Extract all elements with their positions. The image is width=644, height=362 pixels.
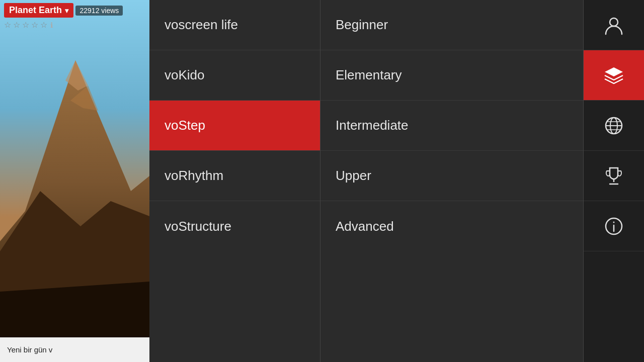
globe-button[interactable] [584, 101, 644, 151]
svg-marker-7 [605, 67, 623, 76]
info-circle-icon [604, 216, 624, 236]
level-advanced[interactable]: Advanced [320, 201, 583, 251]
star-5: ☆ [40, 20, 47, 30]
star-2: ☆ [13, 20, 20, 30]
layers-button[interactable] [584, 50, 644, 101]
list-item-voscreen[interactable]: voscreen life [149, 0, 320, 50]
list-item-vokido[interactable]: voKido [149, 50, 320, 101]
left-panel: Planet Earth ▾ 22912 views ☆ ☆ ☆ ☆ ☆ ℹ Y… [0, 0, 149, 362]
list-item-vorhythm[interactable]: voRhythm [149, 151, 320, 201]
main-area: voscreen life voKido voStep voRhythm voS… [149, 0, 644, 362]
views-badge: 22912 views [75, 6, 123, 16]
level-intermediate[interactable]: Intermediate [320, 101, 583, 151]
dropdown-arrow-icon: ▾ [65, 7, 68, 15]
planet-earth-button[interactable]: Planet Earth ▾ [4, 3, 73, 18]
profile-button[interactable] [584, 0, 644, 50]
right-sidebar [584, 0, 644, 362]
star-3: ☆ [22, 20, 29, 30]
svg-point-17 [613, 221, 615, 223]
svg-point-6 [610, 18, 618, 26]
list-item-vostructure[interactable]: voStructure [149, 201, 320, 251]
globe-icon [604, 116, 624, 136]
level-beginner[interactable]: Beginner [320, 0, 583, 50]
star-4: ☆ [31, 20, 38, 30]
info-button[interactable] [584, 201, 644, 251]
trophy-button[interactable] [584, 151, 644, 201]
stars-row: ☆ ☆ ☆ ☆ ☆ ℹ [4, 20, 145, 30]
profile-icon [604, 15, 624, 35]
header-overlay: Planet Earth ▾ 22912 views ☆ ☆ ☆ ☆ ☆ ℹ [0, 0, 149, 33]
star-1: ☆ [4, 20, 11, 30]
level-upper[interactable]: Upper [320, 151, 583, 201]
list-item-vostep[interactable]: voStep [149, 101, 320, 151]
level-elementary[interactable]: Elementary [320, 50, 583, 101]
level-column: Beginner Elementary Intermediate Upper A… [320, 0, 584, 362]
trophy-icon [604, 166, 624, 186]
layers-icon [604, 65, 624, 85]
info-icon-small[interactable]: ℹ [50, 21, 53, 29]
caption-box: Yeni bir gün v [0, 337, 149, 362]
list-column: voscreen life voKido voStep voRhythm voS… [149, 0, 320, 362]
caption-text: Yeni bir gün v [7, 345, 52, 354]
planet-earth-label: Planet Earth [9, 5, 62, 16]
